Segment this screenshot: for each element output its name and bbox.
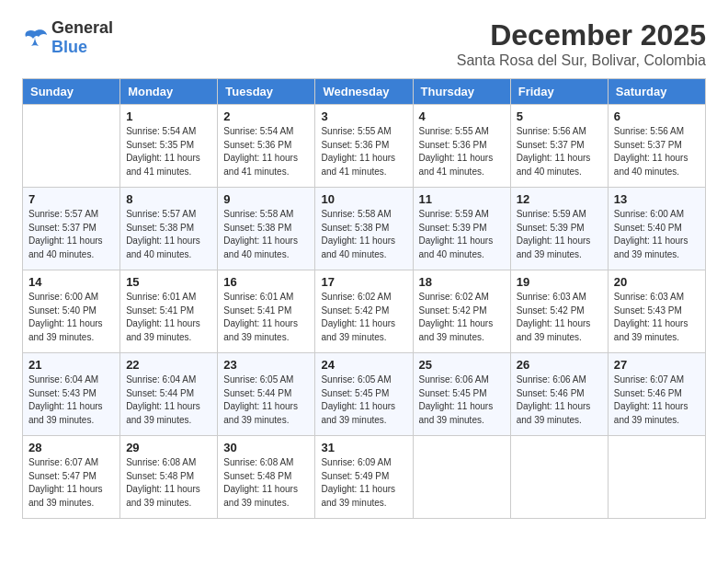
cell-info: Sunrise: 5:56 AM Sunset: 5:37 PM Dayligh… — [614, 125, 700, 178]
cell-day-number: 4 — [419, 109, 505, 123]
calendar-cell: 11Sunrise: 5:59 AM Sunset: 5:39 PM Dayli… — [413, 188, 510, 270]
cell-day-number: 27 — [614, 358, 700, 372]
calendar-cell: 17Sunrise: 6:02 AM Sunset: 5:42 PM Dayli… — [315, 270, 413, 353]
cell-day-number: 1 — [126, 109, 211, 123]
cell-info: Sunrise: 6:02 AM Sunset: 5:42 PM Dayligh… — [419, 291, 505, 344]
cell-info: Sunrise: 5:55 AM Sunset: 5:36 PM Dayligh… — [419, 125, 505, 178]
calendar-cell: 7Sunrise: 5:57 AM Sunset: 5:37 PM Daylig… — [23, 188, 120, 270]
cell-day-number: 12 — [517, 192, 602, 206]
calendar-cell: 20Sunrise: 6:03 AM Sunset: 5:43 PM Dayli… — [608, 270, 705, 353]
cell-day-number: 17 — [321, 275, 406, 289]
logo: General Blue — [22, 18, 113, 57]
page-header: General Blue December 2025 Santa Rosa de… — [22, 18, 706, 69]
day-header-saturday: Saturday — [608, 79, 705, 105]
day-header-wednesday: Wednesday — [315, 79, 413, 105]
calendar-cell: 14Sunrise: 6:00 AM Sunset: 5:40 PM Dayli… — [23, 270, 120, 353]
calendar-cell: 8Sunrise: 5:57 AM Sunset: 5:38 PM Daylig… — [120, 188, 218, 270]
location-title: Santa Rosa del Sur, Bolivar, Colombia — [457, 52, 706, 69]
cell-day-number: 22 — [126, 358, 211, 372]
calendar-cell: 26Sunrise: 6:06 AM Sunset: 5:46 PM Dayli… — [510, 353, 608, 436]
calendar-cell: 18Sunrise: 6:02 AM Sunset: 5:42 PM Dayli… — [413, 270, 510, 353]
cell-info: Sunrise: 5:59 AM Sunset: 5:39 PM Dayligh… — [517, 208, 602, 261]
calendar-week-5: 28Sunrise: 6:07 AM Sunset: 5:47 PM Dayli… — [23, 436, 706, 519]
logo-bird-icon — [22, 28, 48, 48]
calendar-cell: 27Sunrise: 6:07 AM Sunset: 5:46 PM Dayli… — [608, 353, 705, 436]
cell-day-number: 11 — [419, 192, 505, 206]
title-area: December 2025 Santa Rosa del Sur, Boliva… — [457, 18, 706, 69]
cell-day-number: 29 — [126, 441, 211, 454]
cell-day-number: 7 — [28, 192, 114, 206]
day-header-monday: Monday — [120, 79, 218, 105]
cell-info: Sunrise: 6:00 AM Sunset: 5:40 PM Dayligh… — [28, 291, 114, 344]
cell-info: Sunrise: 6:05 AM Sunset: 5:45 PM Dayligh… — [321, 373, 406, 427]
day-header-thursday: Thursday — [413, 79, 510, 105]
calendar-cell: 6Sunrise: 5:56 AM Sunset: 5:37 PM Daylig… — [608, 105, 705, 188]
cell-info: Sunrise: 6:06 AM Sunset: 5:45 PM Dayligh… — [419, 373, 505, 427]
calendar-table: SundayMondayTuesdayWednesdayThursdayFrid… — [22, 78, 706, 519]
cell-info: Sunrise: 5:55 AM Sunset: 5:36 PM Dayligh… — [321, 125, 406, 178]
cell-info: Sunrise: 6:08 AM Sunset: 5:48 PM Dayligh… — [126, 456, 211, 510]
calendar-cell — [510, 436, 608, 519]
cell-day-number: 8 — [126, 192, 211, 206]
calendar-cell: 24Sunrise: 6:05 AM Sunset: 5:45 PM Dayli… — [315, 353, 413, 436]
calendar-cell: 21Sunrise: 6:04 AM Sunset: 5:43 PM Dayli… — [23, 353, 120, 436]
calendar-cell: 12Sunrise: 5:59 AM Sunset: 5:39 PM Dayli… — [510, 188, 608, 270]
calendar-week-2: 7Sunrise: 5:57 AM Sunset: 5:37 PM Daylig… — [23, 188, 706, 270]
calendar-header-row: SundayMondayTuesdayWednesdayThursdayFrid… — [23, 79, 706, 105]
cell-info: Sunrise: 5:56 AM Sunset: 5:37 PM Dayligh… — [517, 125, 602, 178]
cell-info: Sunrise: 6:04 AM Sunset: 5:43 PM Dayligh… — [28, 373, 114, 427]
cell-info: Sunrise: 6:06 AM Sunset: 5:46 PM Dayligh… — [517, 373, 602, 427]
calendar-cell: 1Sunrise: 5:54 AM Sunset: 5:35 PM Daylig… — [120, 105, 218, 188]
cell-day-number: 20 — [614, 275, 700, 289]
calendar-cell: 30Sunrise: 6:08 AM Sunset: 5:48 PM Dayli… — [218, 436, 315, 519]
cell-day-number: 3 — [321, 109, 406, 123]
cell-info: Sunrise: 6:09 AM Sunset: 5:49 PM Dayligh… — [321, 456, 406, 510]
calendar-cell — [413, 436, 510, 519]
calendar-cell: 4Sunrise: 5:55 AM Sunset: 5:36 PM Daylig… — [413, 105, 510, 188]
cell-info: Sunrise: 6:08 AM Sunset: 5:48 PM Dayligh… — [223, 456, 309, 510]
cell-info: Sunrise: 5:58 AM Sunset: 5:38 PM Dayligh… — [223, 208, 309, 261]
cell-day-number: 23 — [223, 358, 309, 372]
cell-info: Sunrise: 6:07 AM Sunset: 5:46 PM Dayligh… — [614, 373, 700, 427]
calendar-week-1: 1Sunrise: 5:54 AM Sunset: 5:35 PM Daylig… — [23, 105, 706, 188]
cell-info: Sunrise: 6:00 AM Sunset: 5:40 PM Dayligh… — [614, 208, 700, 261]
calendar-cell: 3Sunrise: 5:55 AM Sunset: 5:36 PM Daylig… — [315, 105, 413, 188]
cell-info: Sunrise: 6:03 AM Sunset: 5:42 PM Dayligh… — [517, 291, 602, 344]
logo-blue: Blue — [51, 38, 87, 56]
cell-day-number: 25 — [419, 358, 505, 372]
cell-day-number: 19 — [517, 275, 602, 289]
calendar-cell: 31Sunrise: 6:09 AM Sunset: 5:49 PM Dayli… — [315, 436, 413, 519]
cell-day-number: 14 — [28, 275, 114, 289]
cell-day-number: 31 — [321, 441, 406, 454]
month-title: December 2025 — [457, 18, 706, 52]
cell-info: Sunrise: 6:07 AM Sunset: 5:47 PM Dayligh… — [28, 456, 114, 510]
cell-day-number: 16 — [223, 275, 309, 289]
cell-info: Sunrise: 6:04 AM Sunset: 5:44 PM Dayligh… — [126, 373, 211, 427]
calendar-cell: 16Sunrise: 6:01 AM Sunset: 5:41 PM Dayli… — [218, 270, 315, 353]
calendar-cell: 23Sunrise: 6:05 AM Sunset: 5:44 PM Dayli… — [218, 353, 315, 436]
cell-info: Sunrise: 5:54 AM Sunset: 5:35 PM Dayligh… — [126, 125, 211, 178]
calendar-cell: 2Sunrise: 5:54 AM Sunset: 5:36 PM Daylig… — [218, 105, 315, 188]
cell-day-number: 15 — [126, 275, 211, 289]
calendar-cell: 15Sunrise: 6:01 AM Sunset: 5:41 PM Dayli… — [120, 270, 218, 353]
cell-info: Sunrise: 5:59 AM Sunset: 5:39 PM Dayligh… — [419, 208, 505, 261]
calendar-cell: 22Sunrise: 6:04 AM Sunset: 5:44 PM Dayli… — [120, 353, 218, 436]
cell-day-number: 2 — [223, 109, 309, 123]
cell-info: Sunrise: 6:03 AM Sunset: 5:43 PM Dayligh… — [614, 291, 700, 344]
day-header-friday: Friday — [510, 79, 608, 105]
cell-day-number: 13 — [614, 192, 700, 206]
cell-info: Sunrise: 5:57 AM Sunset: 5:37 PM Dayligh… — [28, 208, 114, 261]
calendar-cell: 5Sunrise: 5:56 AM Sunset: 5:37 PM Daylig… — [510, 105, 608, 188]
calendar-week-3: 14Sunrise: 6:00 AM Sunset: 5:40 PM Dayli… — [23, 270, 706, 353]
cell-day-number: 26 — [517, 358, 602, 372]
cell-day-number: 9 — [223, 192, 309, 206]
cell-day-number: 5 — [517, 109, 602, 123]
logo-text: General Blue — [51, 18, 113, 57]
calendar-cell: 10Sunrise: 5:58 AM Sunset: 5:38 PM Dayli… — [315, 188, 413, 270]
cell-day-number: 28 — [28, 441, 114, 454]
day-header-tuesday: Tuesday — [218, 79, 315, 105]
cell-day-number: 21 — [28, 358, 114, 372]
calendar-body: 1Sunrise: 5:54 AM Sunset: 5:35 PM Daylig… — [23, 105, 706, 519]
cell-day-number: 18 — [419, 275, 505, 289]
calendar-cell: 13Sunrise: 6:00 AM Sunset: 5:40 PM Dayli… — [608, 188, 705, 270]
